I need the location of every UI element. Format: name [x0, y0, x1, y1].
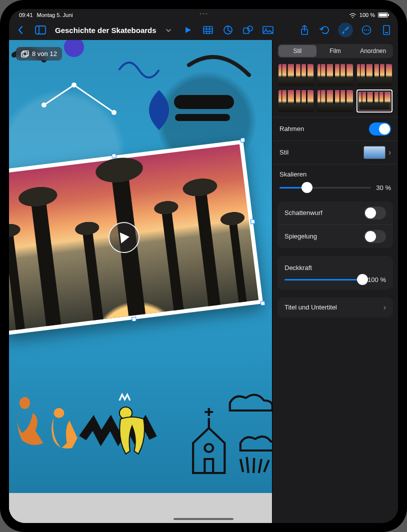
back-button[interactable] — [14, 24, 27, 36]
svg-rect-35 — [22, 52, 27, 57]
chevron-right-icon: › — [384, 303, 386, 312]
tab-style[interactable]: Stil — [278, 45, 316, 57]
svg-line-32 — [254, 458, 254, 473]
resize-handle[interactable] — [260, 301, 266, 306]
frame-scale-label: Skalieren — [280, 170, 306, 178]
chart-insert-button[interactable] — [222, 24, 234, 36]
reflection-toggle[interactable] — [364, 230, 386, 243]
style-preset-selected[interactable] — [357, 90, 392, 112]
document-title[interactable]: Geschichte der Skateboards — [55, 26, 156, 34]
format-brush-button[interactable] — [338, 22, 353, 38]
svg-rect-24 — [175, 114, 230, 121]
svg-point-19 — [64, 40, 84, 57]
svg-point-14 — [364, 30, 365, 30]
title-subtitle-row[interactable]: Titel und Untertitel › — [278, 298, 393, 318]
chevron-right-icon: › — [388, 148, 391, 157]
svg-rect-2 — [204, 26, 212, 34]
style-preset[interactable] — [278, 90, 314, 112]
frame-scale-row: Skalieren — [272, 164, 398, 184]
title-chevron-icon[interactable] — [166, 26, 172, 34]
svg-line-31 — [247, 457, 248, 473]
shape-insert-button[interactable] — [242, 24, 254, 36]
svg-point-15 — [366, 30, 367, 30]
slides-icon — [21, 50, 29, 58]
status-bar: 09:41 Montag 5. Juni 100 % — [9, 9, 398, 20]
frame-label: Rahmen — [280, 125, 304, 132]
title-subtitle-label: Titel und Untertitel — [284, 304, 337, 311]
svg-rect-17 — [384, 26, 390, 34]
resize-handle[interactable] — [250, 219, 256, 224]
frame-style-label: Stil — [280, 148, 288, 156]
media-insert-button[interactable] — [262, 24, 274, 36]
app-toolbar: Geschichte der Skateboards — [9, 20, 398, 40]
resize-handle[interactable] — [240, 138, 246, 142]
share-button[interactable] — [298, 24, 311, 36]
graffiti-art — [9, 343, 272, 493]
tab-arrange[interactable]: Anordnen — [354, 45, 392, 57]
document-settings-button[interactable] — [380, 24, 393, 36]
shadow-toggle[interactable] — [364, 206, 386, 220]
frame-scale-value: 30 % — [376, 184, 391, 192]
multitasking-dots[interactable] — [200, 13, 208, 14]
svg-rect-18 — [385, 32, 388, 33]
style-preset[interactable] — [318, 64, 352, 86]
svg-line-33 — [259, 459, 262, 473]
resize-handle[interactable] — [132, 316, 136, 322]
svg-point-20 — [42, 102, 46, 108]
svg-rect-23 — [174, 95, 234, 109]
battery-pct: 100 % — [360, 12, 375, 18]
opacity-row: Deckkraft — [278, 256, 393, 276]
svg-rect-36 — [23, 50, 28, 56]
video-object[interactable] — [9, 140, 263, 336]
svg-point-22 — [112, 110, 116, 115]
wifi-icon — [349, 12, 356, 18]
slide-canvas[interactable]: 8 von 12 — [9, 40, 272, 523]
style-preset[interactable] — [278, 64, 314, 86]
svg-point-16 — [368, 30, 369, 30]
svg-line-30 — [240, 459, 243, 472]
svg-point-26 — [54, 408, 64, 418]
svg-rect-0 — [36, 26, 46, 34]
tab-film[interactable]: Film — [316, 45, 354, 57]
table-insert-button[interactable] — [202, 24, 214, 36]
format-inspector: Stil Film Anordnen Rahmen — [272, 40, 398, 523]
frame-toggle[interactable] — [369, 122, 391, 136]
svg-point-25 — [20, 397, 30, 409]
svg-point-28 — [204, 444, 213, 452]
slide-counter[interactable]: 8 von 12 — [16, 47, 62, 60]
status-time: 09:41 — [19, 12, 33, 18]
opacity-label: Deckkraft — [284, 264, 312, 272]
svg-rect-29 — [204, 459, 213, 473]
frame-row: Rahmen — [272, 118, 398, 140]
home-indicator[interactable] — [174, 518, 234, 520]
shadow-label: Schattenwurf — [284, 209, 322, 216]
inspector-tabs: Stil Film Anordnen — [278, 44, 393, 58]
shadow-row: Schattenwurf — [278, 202, 393, 224]
opacity-value: 100 % — [368, 276, 386, 284]
style-presets — [272, 61, 398, 117]
svg-point-21 — [72, 82, 76, 88]
style-preset[interactable] — [357, 64, 392, 86]
reflection-label: Spiegelung — [284, 232, 317, 240]
opacity-slider[interactable]: 100 % — [278, 276, 393, 290]
reflection-row: Spiegelung — [278, 224, 393, 248]
resize-handle[interactable] — [112, 154, 116, 158]
slide-counter-text: 8 von 12 — [32, 50, 57, 58]
frame-style-swatch — [364, 146, 386, 159]
svg-line-34 — [264, 460, 268, 472]
frame-scale-slider[interactable]: 30 % — [272, 184, 398, 198]
svg-point-9 — [248, 26, 252, 31]
status-date: Montag 5. Juni — [37, 12, 73, 18]
frame-style-row[interactable]: Stil › — [272, 140, 398, 164]
sidebar-toggle-button[interactable] — [34, 24, 47, 36]
undo-button[interactable] — [318, 24, 331, 36]
more-button[interactable] — [360, 24, 373, 36]
battery-icon — [378, 12, 388, 18]
style-preset[interactable] — [318, 90, 352, 112]
play-presentation-button[interactable] — [182, 24, 194, 36]
